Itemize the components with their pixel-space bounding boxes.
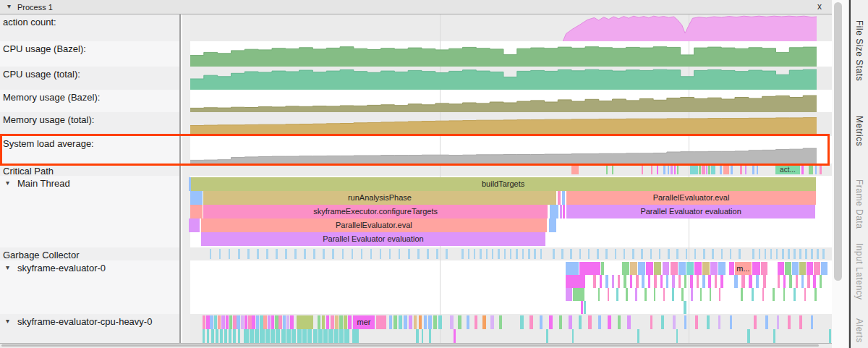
trace-event-bar[interactable] (467, 315, 470, 329)
trace-event-bar[interactable] (334, 329, 339, 343)
trace-event-bar[interactable] (646, 262, 653, 275)
trace-event-bar[interactable] (820, 275, 822, 288)
trace-event-bar[interactable] (763, 275, 767, 288)
trace-event-bar[interactable] (718, 315, 721, 329)
track-chart-area[interactable]: act... (182, 164, 832, 176)
trace-event-bar[interactable] (328, 329, 333, 343)
trace-event-bar[interactable] (638, 262, 645, 275)
trace-event-bar[interactable]: m... (735, 262, 752, 275)
trace-event-bar[interactable] (663, 288, 665, 301)
trace-event-bar[interactable] (691, 288, 693, 301)
trace-event-bar[interactable] (276, 329, 280, 343)
area-chart[interactable] (190, 67, 817, 90)
trace-tick[interactable] (486, 249, 488, 259)
track-label-cell[interactable]: ▾skyframe-evaluator-cpu-heavy-0 (0, 314, 181, 343)
track-chart-area[interactable] (182, 136, 832, 164)
trace-event-bar[interactable] (256, 315, 260, 329)
collapse-icon[interactable]: ▾ (6, 179, 9, 187)
trace-tick[interactable] (561, 249, 563, 259)
trace-tick[interactable] (522, 249, 524, 259)
trace-event-bar[interactable] (549, 218, 557, 232)
trace-event-bar[interactable]: Parallel Evaluator evaluation (566, 205, 816, 218)
trace-event-bar[interactable] (559, 315, 563, 329)
trace-event-bar[interactable] (563, 205, 565, 218)
trace-event-bar[interactable] (616, 288, 618, 301)
trace-event-bar[interactable] (752, 288, 754, 301)
horizontal-scrollbar[interactable] (0, 343, 832, 348)
trace-tick[interactable] (820, 165, 822, 174)
trace-event-bar[interactable] (773, 288, 775, 301)
trace-tick[interactable] (615, 249, 617, 259)
trace-event-bar[interactable] (673, 315, 676, 329)
trace-event-bar[interactable] (762, 288, 765, 301)
trace-tick[interactable] (606, 165, 608, 174)
trace-event-bar[interactable] (399, 315, 402, 329)
trace-event-bar[interactable] (573, 288, 584, 301)
trace-event-bar[interactable] (389, 315, 393, 329)
track-label-cell[interactable]: ▾Main Thread (0, 176, 181, 247)
trace-tick[interactable] (657, 165, 658, 174)
track-chart-area[interactable]: buildTargetsrunAnalysisPhaseParallelEval… (182, 176, 832, 249)
trace-tick[interactable] (745, 165, 747, 174)
trace-tick[interactable] (474, 249, 476, 259)
trace-tick[interactable] (690, 165, 698, 174)
trace-event-bar[interactable] (642, 275, 644, 288)
trace-event-bar[interactable] (210, 315, 213, 329)
collapse-icon[interactable]: ▾ (6, 263, 9, 271)
track-chart-area[interactable] (182, 112, 832, 136)
trace-event-bar[interactable] (499, 315, 503, 329)
trace-event-bar[interactable] (773, 329, 775, 343)
trace-tick[interactable] (342, 249, 344, 259)
trace-event-bar[interactable] (644, 288, 647, 301)
trace-event-bar[interactable] (490, 315, 494, 329)
trace-event-bar[interactable] (671, 262, 678, 275)
trace-event-bar[interactable] (220, 329, 223, 343)
trace-event-bar[interactable] (265, 329, 270, 343)
trace-tick[interactable] (721, 249, 723, 259)
area-chart[interactable] (190, 14, 817, 41)
trace-tick[interactable] (674, 165, 676, 174)
trace-event-bar[interactable] (829, 329, 832, 343)
trace-event-bar[interactable] (785, 262, 791, 275)
track-chart-area[interactable]: m... (182, 260, 832, 315)
trace-event-bar[interactable] (348, 315, 352, 329)
trace-tick[interactable] (588, 249, 590, 259)
trace-event-bar[interactable] (233, 315, 237, 329)
trace-tick[interactable] (723, 165, 729, 174)
trace-event-bar[interactable] (297, 315, 313, 329)
trace-event-bar[interactable] (579, 262, 601, 275)
trace-event-bar[interactable] (684, 301, 686, 314)
track-chart-area[interactable] (182, 90, 832, 112)
trace-event-bar[interactable] (318, 329, 323, 343)
trace-event-bar[interactable] (676, 329, 678, 343)
trace-event-bar[interactable] (654, 262, 661, 275)
trace-tick[interactable]: act... (775, 165, 800, 174)
trace-event-bar[interactable] (734, 275, 738, 288)
trace-event-bar[interactable] (206, 315, 210, 329)
trace-event-bar[interactable] (718, 262, 726, 275)
trace-event-bar[interactable] (458, 315, 461, 329)
trace-event-bar[interactable] (393, 315, 397, 329)
trace-event-bar[interactable] (211, 329, 214, 343)
trace-event-bar[interactable] (783, 288, 786, 301)
trace-event-bar[interactable] (229, 315, 233, 329)
trace-event-bar[interactable] (777, 315, 780, 329)
trace-tick[interactable] (677, 165, 678, 174)
trace-event-bar[interactable] (318, 315, 321, 329)
trace-event-bar[interactable] (241, 315, 244, 329)
trace-event-bar[interactable] (799, 262, 806, 275)
trace-event-bar[interactable] (635, 288, 637, 301)
track-chart-area[interactable] (182, 67, 832, 90)
trace-event-bar[interactable] (811, 315, 814, 329)
area-chart[interactable] (190, 136, 817, 164)
trace-event-bar[interactable] (789, 275, 792, 288)
trace-tick[interactable] (446, 249, 448, 259)
trace-tick[interactable] (632, 249, 634, 259)
trace-event-bar[interactable] (684, 315, 687, 329)
trace-tick[interactable] (399, 249, 401, 259)
trace-tick[interactable] (492, 249, 494, 259)
trace-event-bar[interactable] (268, 315, 271, 329)
trace-event-bar[interactable] (749, 275, 752, 288)
trace-event-bar[interactable] (260, 329, 264, 343)
trace-tick[interactable] (427, 249, 429, 259)
